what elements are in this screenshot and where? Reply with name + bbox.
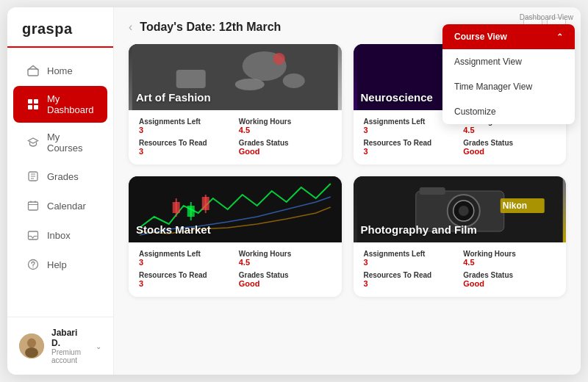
dropdown-menu: Course View ⌃ Assignment View Time Manag… xyxy=(442,24,575,124)
grades-icon xyxy=(26,170,40,183)
home-icon xyxy=(26,64,40,77)
svg-rect-34 xyxy=(173,202,180,213)
help-icon xyxy=(26,258,40,271)
dashboard-icon xyxy=(26,98,40,111)
course-card-photo[interactable]: Nikon Photography and Film Assignments L… xyxy=(354,176,567,297)
svg-rect-17 xyxy=(176,70,206,88)
avatar xyxy=(19,334,44,358)
svg-rect-6 xyxy=(29,202,38,210)
assignments-left-label-fashion: Assignments Left 3 xyxy=(139,118,232,134)
svg-point-12 xyxy=(25,347,38,358)
svg-rect-1 xyxy=(28,99,32,104)
sidebar-item-home[interactable]: Home xyxy=(13,57,107,84)
sidebar-item-dashboard[interactable]: My Dashboard xyxy=(13,86,107,123)
sidebar-item-inbox[interactable]: Inbox xyxy=(13,221,107,249)
course-title-stocks: Stocks Market xyxy=(136,223,211,237)
card-stats-stocks: Assignments Left 3 Working Hours 4.5 Res… xyxy=(129,242,342,297)
dropdown-item-assignment-view[interactable]: Assignment View xyxy=(442,49,575,74)
app-container: graspa Home xyxy=(7,7,581,375)
grades-fashion: Grades Status Good xyxy=(239,139,331,156)
resources-stocks: Resources To Read 3 xyxy=(139,271,232,288)
sidebar-item-courses[interactable]: My Courses xyxy=(13,124,107,161)
courses-icon xyxy=(26,136,40,149)
sidebar-item-grades[interactable]: Grades xyxy=(13,162,107,190)
svg-text:Nikon: Nikon xyxy=(502,201,526,211)
card-stats-photo: Assignments Left 3 Working Hours 4.5 Res… xyxy=(354,242,567,297)
working-hours-photo: Working Hours 4.5 xyxy=(463,250,556,267)
back-arrow-icon[interactable]: ‹ xyxy=(129,21,132,34)
sidebar-item-calendar[interactable]: Calendar xyxy=(13,192,107,220)
card-stats-fashion: Assignments Left 3 Working Hours 4.5 Res… xyxy=(129,110,342,165)
user-info: Jabari D. Premium account xyxy=(51,328,88,364)
dropdown-section-label: Dashboard View xyxy=(442,7,581,24)
sidebar: graspa Home xyxy=(7,7,114,375)
svg-point-19 xyxy=(235,79,265,90)
course-title-neuro: Neuroscience xyxy=(361,91,433,104)
user-profile[interactable]: Jabari D. Premium account ⌄ xyxy=(7,317,113,375)
chevron-up-icon: ⌃ xyxy=(556,32,563,42)
inbox-icon xyxy=(26,228,40,242)
calendar-icon xyxy=(26,199,40,212)
course-card-stocks[interactable]: Stocks Market Assignments Left 3 Working… xyxy=(129,176,342,297)
course-title-fashion: Art of Fashion xyxy=(136,91,211,104)
card-image-fashion: Art of Fashion xyxy=(129,44,342,110)
svg-point-18 xyxy=(273,53,285,65)
dropdown-item-time-manager[interactable]: Time Manager View xyxy=(442,74,575,99)
svg-rect-3 xyxy=(28,105,32,109)
svg-point-11 xyxy=(27,339,36,348)
user-chevron-icon[interactable]: ⌄ xyxy=(96,342,101,350)
resources-fashion: Resources To Read 3 xyxy=(139,139,232,156)
assignments-left-stocks: Assignments Left 3 xyxy=(139,250,232,267)
course-card-fashion[interactable]: Art of Fashion Assignments Left 3 Workin… xyxy=(129,44,342,165)
assignments-left-photo: Assignments Left 3 xyxy=(364,250,456,267)
svg-rect-4 xyxy=(34,105,38,109)
grades-stocks: Grades Status Good xyxy=(239,271,331,288)
svg-rect-7 xyxy=(29,231,38,239)
sidebar-item-help[interactable]: Help xyxy=(13,251,107,278)
main-content: ‹ Today's Date: 12th March ‹ › xyxy=(114,7,581,375)
grades-neuro: Grades Status Good xyxy=(463,139,556,156)
svg-point-43 xyxy=(458,206,468,216)
svg-point-9 xyxy=(32,267,33,267)
card-image-photo: Nikon Photography and Film xyxy=(354,176,567,242)
course-title-photo: Photography and Film xyxy=(361,223,477,237)
svg-point-15 xyxy=(283,73,305,88)
svg-rect-44 xyxy=(419,187,445,195)
svg-rect-2 xyxy=(34,99,38,104)
svg-rect-0 xyxy=(28,69,38,76)
logo: graspa xyxy=(7,7,113,48)
working-hours-stocks: Working Hours 4.5 xyxy=(239,250,331,267)
resources-photo: Resources To Read 3 xyxy=(364,271,456,288)
svg-rect-36 xyxy=(187,206,195,217)
resources-neuro: Resources To Read 3 xyxy=(364,139,456,156)
working-hours-fashion: Working Hours 4.5 xyxy=(239,118,331,134)
dropdown-item-customize[interactable]: Customize xyxy=(442,99,575,124)
dashboard-view-dropdown: Dashboard View Course View ⌃ Assignment … xyxy=(442,7,581,124)
dropdown-item-course-view[interactable]: Course View ⌃ xyxy=(442,24,575,49)
svg-rect-38 xyxy=(202,197,209,210)
card-image-stocks: Stocks Market xyxy=(129,176,342,242)
grades-photo: Grades Status Good xyxy=(463,271,556,288)
sidebar-nav: Home My Dashboard xyxy=(7,48,113,317)
